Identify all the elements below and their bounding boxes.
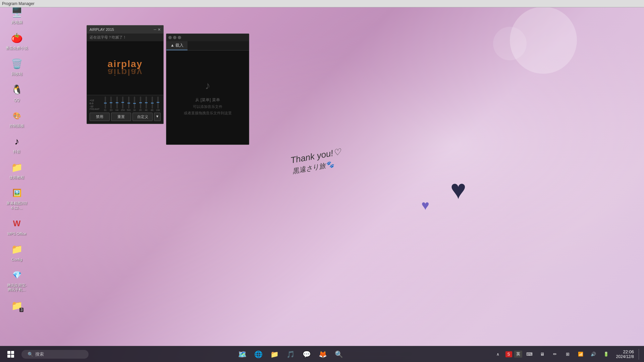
monitor-label: 此电脑	[11, 20, 22, 24]
eq-bar-63[interactable]: 63	[109, 97, 114, 111]
screen-icon[interactable]: 🖥	[537, 349, 548, 360]
eq-preamp-label: +12 0.0 -12 PREAMP	[90, 99, 101, 110]
airplay-subtitle: 还在说字母？吃腻了！	[87, 34, 163, 41]
music-hint-or: 或者直接拖拽音乐文件到这里	[184, 111, 232, 116]
music-hint-1: 从 [菜单] 菜单	[195, 97, 220, 103]
tutorial-label: 使用教程	[9, 175, 24, 180]
airplay-minimize-btn[interactable]: ─	[154, 27, 156, 32]
wps-icon: W	[10, 217, 23, 230]
folder-icon: 📁	[270, 350, 279, 358]
taskbar-edge[interactable]: 🌐	[251, 347, 266, 362]
music-close-btn[interactable]	[178, 36, 181, 39]
edge-icon: 🌐	[254, 350, 263, 358]
taskbar-clock[interactable]: 22:06 2024/12/8	[613, 348, 637, 360]
tiktok-icon: ♪	[10, 135, 23, 148]
eq-bar-8k[interactable]: 8K	[150, 97, 155, 111]
airplay-logo-reflected: airplay	[108, 67, 143, 77]
fox-icon: 🦊	[319, 350, 327, 358]
desktop-icon-tencent[interactable]: 💎 腾讯应用宝-腾讯手机...	[3, 266, 30, 294]
desktop-icon-tiktok[interactable]: ♪ 抖音	[3, 133, 30, 156]
desktop-icon-controlpanel[interactable]: 🎨 控制面板	[3, 107, 30, 130]
taskbar-time-display: 22:06	[616, 349, 634, 354]
input-method-icon[interactable]: ⌨	[524, 349, 535, 360]
qq-chat-icon: 💬	[303, 350, 311, 358]
desktop-icon-screenshot[interactable]: 🖼️ 屏幕截图2024-12-...	[3, 184, 30, 212]
disable-button[interactable]: 禁用	[90, 113, 110, 121]
config-label: Config	[11, 257, 22, 262]
music-title-bar	[166, 34, 249, 41]
desktop-icon-tutorial[interactable]: 📁 使用教程	[3, 159, 30, 182]
controlpanel-label: 控制面板	[9, 124, 24, 128]
volume-icon[interactable]: 🔊	[588, 349, 599, 360]
desktop-icon-wps[interactable]: W WPS Office	[3, 215, 30, 238]
windows-logo-icon	[7, 351, 14, 358]
music-window: ▲ 载入 ♪ 从 [菜单] 菜单 可以添加音乐文件 或者直接拖拽音乐文件到这里	[166, 34, 249, 145]
taskbar-file-explorer[interactable]: 🗺️	[235, 347, 250, 362]
eq-bar-4k[interactable]: 4K	[144, 97, 149, 111]
qq-label: QQ	[14, 98, 19, 102]
bg-circle-2	[493, 27, 527, 60]
music-body: ♪ 从 [菜单] 菜单 可以添加音乐文件 或者直接拖拽音乐文件到这里	[166, 51, 249, 144]
search2-icon: 🔍	[335, 350, 343, 358]
eq-bar-31[interactable]: 31	[103, 97, 108, 111]
eq-bar-1k[interactable]: 1K	[132, 97, 138, 111]
desktop-icon-folder3[interactable]: 📁 3	[3, 297, 30, 315]
eq-bar-2k[interactable]: 2K	[138, 97, 143, 111]
wps-label: WPS Office	[7, 232, 26, 236]
desktop-icon-recycle[interactable]: 🗑️ 回收站	[3, 55, 30, 78]
pen-icon[interactable]: ✏	[550, 349, 560, 360]
airplay-title-bar[interactable]: AIRPLAY 2015 ─ ✕	[87, 25, 163, 34]
desktop-icon-novel[interactable]: 🍅 番茄免费小说	[3, 29, 30, 52]
taskbar-folders[interactable]: 📁	[267, 347, 282, 362]
program-manager-bar: Program Manager	[0, 0, 644, 7]
battery-icon[interactable]: 🔋	[601, 349, 611, 360]
music-minimize-btn[interactable]	[168, 36, 172, 39]
ime-wps-icon[interactable]: S	[505, 351, 512, 357]
eq-controls: +12 0.0 -12 PREAMP 31 63 H4	[90, 98, 161, 111]
network-icon[interactable]: 📶	[575, 349, 586, 360]
reset-button[interactable]: 重置	[111, 113, 131, 121]
program-manager-title: Program Manager	[2, 1, 35, 6]
eq-bar-125[interactable]: H4	[114, 97, 120, 111]
taskbar-qq-chat[interactable]: 💬	[299, 347, 314, 362]
file-explorer-icon: 🗺️	[238, 350, 247, 358]
tencent-icon: 💎	[10, 268, 23, 282]
airplay-title: AIRPLAY 2015	[90, 27, 114, 32]
eq-bar-500[interactable]: 500	[126, 97, 131, 111]
tencent-label: 腾讯应用宝-腾讯手机...	[5, 283, 28, 292]
notification-expand-btn[interactable]: ∧	[493, 349, 503, 360]
desktop-icon-config[interactable]: 📁 Config	[3, 241, 30, 264]
show-desktop-btn[interactable]	[639, 349, 640, 360]
taskbar-search[interactable]: 🔍 搜索	[21, 350, 89, 359]
monitor-icon: 🖥️	[10, 5, 23, 19]
custom-button[interactable]: 自定义	[132, 113, 153, 121]
taskbar: 🔍 搜索 🗺️ 🌐 📁 🎵 💬 🦊 🔍 ∧ S	[0, 346, 644, 362]
airplay-buttons: 禁用 重置 自定义 ▼	[90, 113, 161, 121]
taskbar-system-tray: ∧ S 英 ⌨ 🖥 ✏ ⊞ 📶 🔊 🔋 22:06 2024/12/8	[493, 348, 644, 360]
ime-lang-indicator[interactable]: 英	[514, 351, 522, 358]
music-hint-2: 可以添加音乐文件	[193, 104, 222, 109]
heart-large: ♥	[450, 174, 467, 205]
taskbar-music[interactable]: 🎵	[283, 347, 298, 362]
music-maximize-btn[interactable]	[173, 36, 176, 39]
music-empty-icon: ♪	[205, 79, 210, 92]
grid-icon[interactable]: ⊞	[562, 349, 573, 360]
airplay-close-btn[interactable]: ✕	[158, 27, 161, 32]
music-taskbar-icon: 🎵	[286, 350, 295, 358]
taskbar-search2[interactable]: 🔍	[331, 347, 346, 362]
eq-bar-16k[interactable]: 16K	[156, 97, 161, 111]
tutorial-icon: 📁	[10, 161, 23, 174]
recycle-label: 回收站	[11, 72, 22, 76]
novel-icon: 🍅	[10, 31, 23, 45]
music-tab-load[interactable]: ▲ 载入	[166, 41, 187, 50]
start-button[interactable]	[3, 346, 19, 362]
music-tab-bar: ▲ 载入	[166, 41, 249, 51]
novel-label: 番茄免费小说	[6, 46, 28, 50]
desktop-icon-qq[interactable]: 🐧 QQ	[3, 81, 30, 104]
dropdown-button[interactable]: ▼	[154, 113, 161, 121]
config-icon: 📁	[10, 243, 23, 256]
eq-bar-250[interactable]: 250	[120, 97, 126, 111]
heart-small: ♥	[421, 198, 429, 213]
taskbar-fox[interactable]: 🦊	[315, 347, 330, 362]
music-window-controls	[168, 36, 181, 39]
